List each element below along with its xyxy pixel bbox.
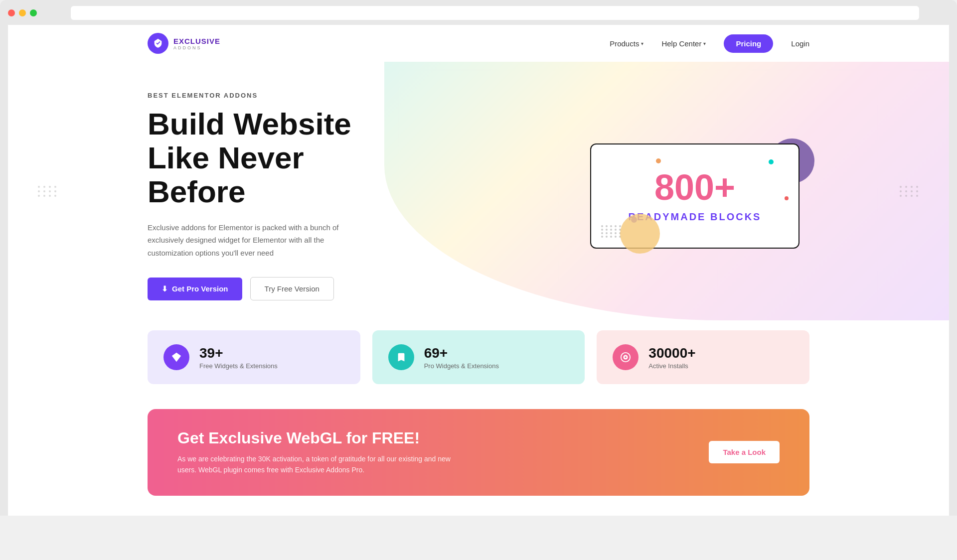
stat-card-free-widgets: 39+ Free Widgets & Extensions — [148, 330, 360, 384]
dot — [49, 186, 51, 188]
browser-content: EXCLUSIVE ADDONS Products ▾ Help Center … — [8, 25, 949, 516]
nav-item-products[interactable]: Products ▾ — [610, 39, 643, 48]
dot — [916, 190, 918, 192]
diamond-icon — [171, 352, 182, 363]
dot — [54, 195, 56, 197]
hero-card-wrapper: 800+ READYMADE BLOCKS — [590, 143, 799, 249]
stat-text-free: 39+ Free Widgets & Extensions — [199, 345, 278, 370]
stats-section: 39+ Free Widgets & Extensions 69+ Pro Wi… — [8, 320, 949, 404]
logo-brand-name: EXCLUSIVE — [173, 37, 220, 45]
get-pro-button[interactable]: ⬇ Get Pro Version — [148, 278, 242, 300]
dot — [916, 186, 918, 188]
dot — [43, 186, 45, 188]
logo-text: EXCLUSIVE ADDONS — [173, 37, 220, 50]
nav-help-label: Help Center — [661, 39, 701, 48]
dot — [54, 186, 56, 188]
dot — [905, 195, 907, 197]
card-dot-red — [785, 196, 789, 200]
nav-links: Products ▾ Help Center ▾ Pricing Login — [610, 34, 809, 53]
dot — [900, 190, 902, 192]
hero-buttons: ⬇ Get Pro Version Try Free Version — [148, 277, 407, 300]
dot — [43, 190, 45, 192]
banner-cta-button[interactable]: Take a Look — [709, 441, 780, 463]
card-dot-orange — [656, 158, 661, 163]
side-dots-left — [38, 186, 57, 197]
dot — [38, 186, 40, 188]
stat-number-pro: 69+ — [424, 345, 499, 361]
logo-brand-sub: ADDONS — [173, 45, 220, 50]
dot — [905, 190, 907, 192]
browser-titlebar — [8, 6, 949, 20]
dot — [49, 195, 51, 197]
dot — [900, 186, 902, 188]
stat-icon-free-widgets — [163, 344, 189, 370]
bookmark-icon — [396, 352, 407, 363]
dot — [38, 190, 40, 192]
hero-left: BEST ELEMENTOR ADDONS Build Website Like… — [148, 92, 407, 300]
dot — [905, 186, 907, 188]
hero-right: 800+ READYMADE BLOCKS — [590, 143, 809, 249]
stat-label-installs: Active Installs — [648, 362, 695, 370]
get-pro-label: Get Pro Version — [172, 284, 228, 293]
dot — [911, 195, 913, 197]
logo-icon — [148, 33, 168, 54]
dot — [900, 195, 902, 197]
hero-title-line2: Like Never Before — [148, 140, 304, 209]
nav-pricing-button[interactable]: Pricing — [724, 34, 773, 53]
nav-item-help[interactable]: Help Center ▾ — [661, 39, 706, 48]
banner-content: Get Exclusive WebGL for FREE! As we are … — [177, 429, 467, 476]
banner-title: Get Exclusive WebGL for FREE! — [177, 429, 467, 447]
dot — [38, 195, 40, 197]
chevron-down-icon: ▾ — [703, 41, 706, 46]
stat-icon-installs — [613, 344, 638, 370]
page: EXCLUSIVE ADDONS Products ▾ Help Center … — [8, 25, 949, 516]
nav-login-link[interactable]: Login — [791, 39, 809, 48]
target-icon — [620, 352, 631, 363]
hero-eyebrow: BEST ELEMENTOR ADDONS — [148, 92, 407, 99]
hero-section: BEST ELEMENTOR ADDONS Build Website Like… — [8, 62, 949, 320]
stat-text-installs: 30000+ Active Installs — [648, 345, 695, 370]
stat-text-pro: 69+ Pro Widgets & Extensions — [424, 345, 499, 370]
stat-card-installs: 30000+ Active Installs — [597, 330, 809, 384]
stat-card-pro-widgets: 69+ Pro Widgets & Extensions — [372, 330, 585, 384]
card-dot-teal — [769, 159, 774, 164]
hero-card-number: 800+ — [611, 169, 779, 205]
side-dots-right — [900, 186, 919, 197]
stat-icon-pro-widgets — [388, 344, 414, 370]
stat-label-free: Free Widgets & Extensions — [199, 362, 278, 370]
dot — [911, 190, 913, 192]
dot — [43, 195, 45, 197]
navbar: EXCLUSIVE ADDONS Products ▾ Help Center … — [8, 25, 949, 62]
nav-products-label: Products — [610, 39, 639, 48]
dot — [916, 195, 918, 197]
stat-label-pro: Pro Widgets & Extensions — [424, 362, 499, 370]
stat-number-installs: 30000+ — [648, 345, 695, 361]
dot — [54, 190, 56, 192]
hero-title: Build Website Like Never Before — [148, 107, 407, 209]
logo[interactable]: EXCLUSIVE ADDONS — [148, 33, 220, 54]
deco-circle-orange — [620, 214, 660, 254]
hero-title-line1: Build Website — [148, 107, 351, 141]
chevron-down-icon: ▾ — [641, 41, 643, 46]
browser-address-bar[interactable] — [71, 6, 919, 20]
webgl-banner: Get Exclusive WebGL for FREE! As we are … — [148, 409, 809, 496]
browser-maximize-dot[interactable] — [30, 9, 37, 16]
browser-close-dot[interactable] — [8, 9, 15, 16]
svg-point-2 — [625, 356, 627, 358]
browser-chrome: EXCLUSIVE ADDONS Products ▾ Help Center … — [0, 0, 957, 516]
browser-minimize-dot[interactable] — [19, 9, 26, 16]
logo-svg — [153, 38, 163, 49]
dot — [49, 190, 51, 192]
download-icon: ⬇ — [161, 284, 168, 293]
stat-number-free: 39+ — [199, 345, 278, 361]
dot — [911, 186, 913, 188]
card-grid-dots — [601, 225, 622, 238]
banner-description: As we are celebrating the 30K activation… — [177, 453, 467, 476]
hero-description: Exclusive addons for Elementor is packed… — [148, 221, 357, 260]
try-free-button[interactable]: Try Free Version — [250, 277, 334, 300]
